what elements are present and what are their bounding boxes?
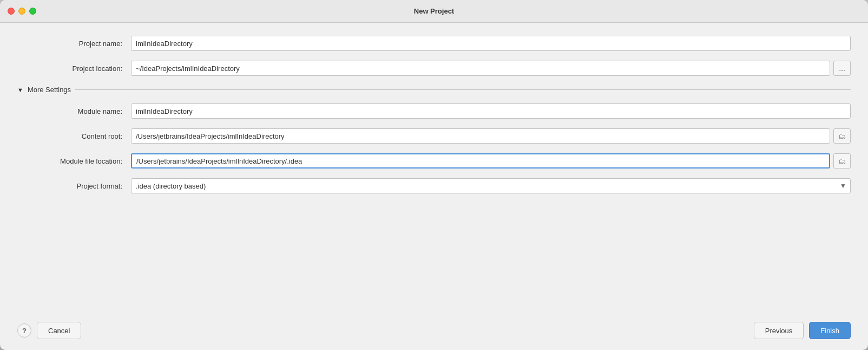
close-button[interactable]: [8, 8, 15, 15]
folder-icon-2: 🗂: [838, 157, 846, 165]
content-root-row: Content root: 🗂: [17, 128, 851, 144]
folder-icon: 🗂: [838, 132, 846, 140]
more-settings-section: ▼ More Settings: [17, 86, 851, 94]
project-name-row: Project name:: [17, 36, 851, 51]
module-file-location-input-wrapper: 🗂: [131, 153, 851, 168]
module-name-label: Module name:: [17, 107, 131, 115]
previous-button[interactable]: Previous: [754, 322, 804, 339]
content-root-input-wrapper: 🗂: [131, 128, 851, 144]
project-location-browse-button[interactable]: ...: [833, 61, 851, 76]
more-settings-label: More Settings: [28, 86, 71, 94]
minimize-button[interactable]: [18, 8, 25, 15]
title-bar: New Project: [0, 0, 868, 23]
section-divider-line: [75, 89, 851, 90]
project-name-input[interactable]: [131, 36, 851, 51]
dialog-footer: ? Cancel Previous Finish: [0, 315, 868, 350]
project-format-input-wrapper: .idea (directory based) .ipr (file based…: [131, 178, 851, 193]
help-button[interactable]: ?: [17, 323, 31, 338]
project-location-input[interactable]: [131, 61, 830, 76]
finish-button[interactable]: Finish: [809, 322, 851, 339]
project-location-input-wrapper: ...: [131, 61, 851, 76]
project-name-input-wrapper: [131, 36, 851, 51]
project-format-row: Project format: .idea (directory based) …: [17, 178, 851, 193]
project-location-row: Project location: ...: [17, 61, 851, 76]
project-format-select[interactable]: .idea (directory based) .ipr (file based…: [131, 178, 851, 193]
collapse-arrow-icon[interactable]: ▼: [17, 87, 23, 93]
footer-right: Previous Finish: [754, 322, 851, 339]
module-file-location-row: Module file location: 🗂: [17, 153, 851, 168]
maximize-button[interactable]: [29, 8, 36, 15]
cancel-button[interactable]: Cancel: [37, 322, 81, 339]
module-name-row: Module name:: [17, 103, 851, 119]
module-file-location-label: Module file location:: [17, 157, 131, 165]
form-content: Project name: Project location: ... ▼ Mo…: [0, 23, 868, 315]
dialog-title: New Project: [414, 7, 454, 15]
content-root-input[interactable]: [131, 128, 830, 144]
project-format-label: Project format:: [17, 182, 131, 190]
traffic-lights: [8, 8, 36, 15]
module-file-location-input[interactable]: [131, 153, 830, 168]
module-name-input-wrapper: [131, 103, 851, 119]
project-name-label: Project name:: [17, 40, 131, 48]
content-root-browse-button[interactable]: 🗂: [833, 128, 851, 144]
content-root-label: Content root:: [17, 132, 131, 140]
project-format-select-wrapper: .idea (directory based) .ipr (file based…: [131, 178, 851, 193]
module-name-input[interactable]: [131, 103, 851, 119]
footer-left: ? Cancel: [17, 322, 81, 339]
module-file-location-browse-button[interactable]: 🗂: [833, 153, 851, 168]
project-location-label: Project location:: [17, 64, 131, 73]
new-project-dialog: New Project Project name: Project locati…: [0, 0, 868, 350]
